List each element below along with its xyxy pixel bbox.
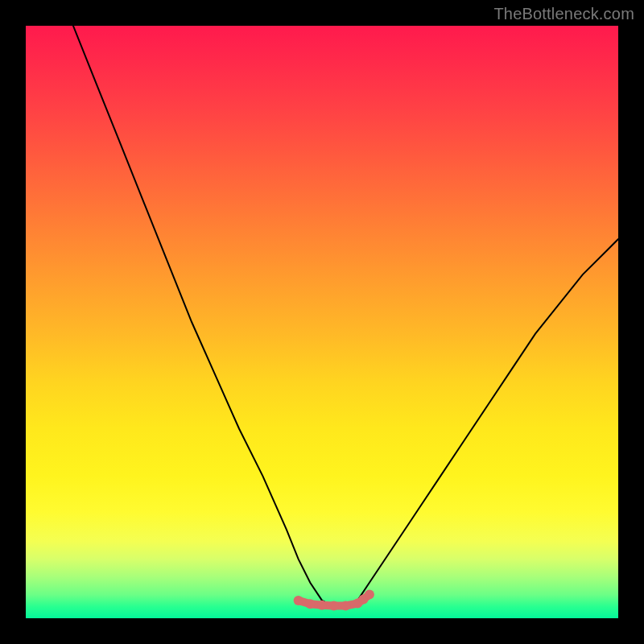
bottom-mark-dot <box>341 601 350 611</box>
watermark-text: TheBottleneck.com <box>493 5 634 23</box>
bottom-mark-dot <box>305 599 315 609</box>
bottom-mark-dot <box>329 601 339 611</box>
plot-svg <box>26 26 618 618</box>
plot-area <box>26 26 618 618</box>
bottom-mark-dot <box>317 601 327 610</box>
bottom-mark-dot <box>365 590 374 600</box>
curve-path <box>73 26 618 606</box>
chart-frame: TheBottleneck.com <box>0 0 644 644</box>
bottom-mark-dot <box>294 596 303 605</box>
